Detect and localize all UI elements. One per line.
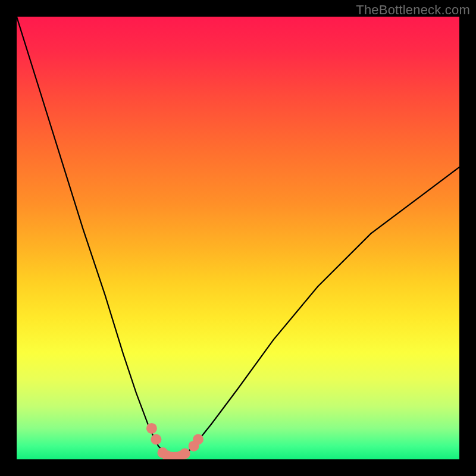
curve-markers (146, 423, 203, 459)
curve-marker (180, 448, 190, 459)
bottleneck-curve (17, 17, 459, 457)
curve-group (17, 17, 459, 459)
watermark-text: TheBottleneck.com (356, 2, 470, 18)
curve-marker (151, 434, 161, 445)
chart-frame: TheBottleneck.com (0, 0, 476, 476)
plot-area (17, 17, 459, 459)
curve-marker (146, 423, 157, 434)
curve-marker (193, 434, 203, 445)
bottleneck-curve-svg (17, 17, 459, 459)
